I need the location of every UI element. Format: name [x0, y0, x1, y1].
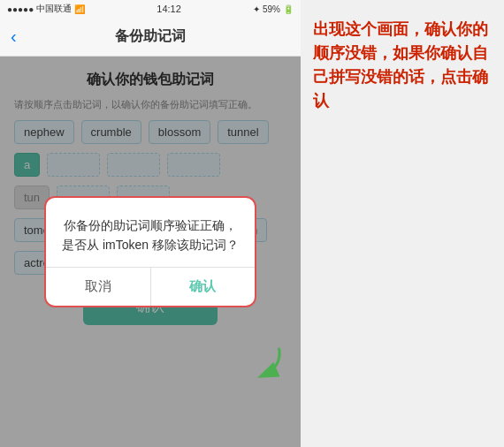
battery-percent: 59%: [263, 4, 280, 14]
dialog-cancel-button[interactable]: 取消: [46, 268, 150, 306]
bluetooth-icon: ✦: [253, 4, 260, 14]
status-right: ✦ 59% 🔋: [253, 4, 294, 14]
annotation-panel: 出现这个画面，确认你的顺序没错，如果你确认自己拼写没错的话，点击确认: [301, 0, 504, 447]
battery-icon: 🔋: [283, 4, 294, 14]
wifi-icon: 📶: [74, 4, 85, 14]
phone-panel: ●●●●● 中国联通 📶 14:12 ✦ 59% 🔋 ‹ 备份助记词 确认你的钱…: [0, 0, 301, 447]
nav-title: 备份助记词: [115, 27, 186, 46]
dialog-confirm-button[interactable]: 确认: [150, 268, 256, 306]
status-bar: ●●●●● 中国联通 📶 14:12 ✦ 59% 🔋: [0, 0, 301, 18]
back-button[interactable]: ‹: [11, 27, 17, 47]
status-time: 14:12: [157, 4, 181, 14]
main-content: 确认你的钱包助记词 请按顺序点击助记词，以确认你的备份助记词填写正确。 neph…: [0, 57, 301, 447]
dialog-box: 你备份的助记词顺序验证正确，是否从 imToken 移除该助记词？ 取消 确认: [44, 196, 256, 308]
arrow-icon: [233, 343, 286, 387]
carrier: 中国联通: [36, 3, 72, 15]
dialog-body: 你备份的助记词顺序验证正确，是否从 imToken 移除该助记词？: [46, 198, 255, 268]
dialog-message: 你备份的助记词顺序验证正确，是否从 imToken 移除该助记词？: [60, 216, 241, 255]
dialog-overlay: 你备份的助记词顺序验证正确，是否从 imToken 移除该助记词？ 取消 确认: [0, 57, 301, 447]
signal-dots: ●●●●●: [7, 4, 34, 14]
status-left: ●●●●● 中国联通 📶: [7, 3, 85, 15]
nav-bar: ‹ 备份助记词: [0, 18, 301, 57]
dialog-buttons: 取消 确认: [46, 267, 255, 306]
annotation-text: 出现这个画面，确认你的顺序没错，如果你确认自己拼写没错的话，点击确认: [313, 18, 492, 113]
